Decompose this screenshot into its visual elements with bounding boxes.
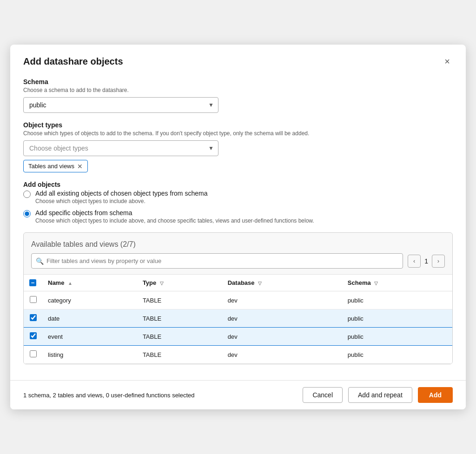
table-row: listing TABLE dev public [24, 346, 452, 364]
object-types-placeholder: Choose object types [29, 145, 88, 152]
radio-all[interactable]: Add all existing objects of chosen objec… [23, 190, 453, 204]
row-category-name: category [42, 291, 137, 309]
col-schema[interactable]: Schema ▽ [342, 275, 452, 291]
tag-container: Tables and views ✕ [23, 160, 453, 172]
radio-specific[interactable]: Add specific objects from schema Choose … [23, 209, 453, 224]
radio-all-desc: Choose which object types to include abo… [35, 198, 207, 204]
table-row: date TABLE dev public [24, 309, 452, 328]
modal-title: Add datashare objects [23, 56, 123, 67]
object-types-section: Object types Choose which types of objec… [23, 121, 453, 172]
prev-page-button[interactable]: ‹ [408, 255, 421, 268]
object-types-description: Choose which types of objects to add to … [23, 130, 453, 137]
header-checkbox-cell[interactable] [24, 275, 42, 291]
modal-footer: 1 schema, 2 tables and views, 0 user-def… [10, 380, 466, 409]
col-database[interactable]: Database ▽ [222, 275, 342, 291]
row-event-database: dev [222, 328, 342, 346]
col-type-sort-icon: ▽ [160, 281, 164, 286]
row-event-checkbox[interactable] [30, 332, 37, 339]
radio-specific-desc: Choose which object types to include abo… [35, 217, 314, 224]
radio-specific-label: Add specific objects from schema [35, 209, 314, 217]
radio-all-input[interactable] [23, 191, 31, 198]
search-icon: 🔍 [36, 257, 44, 265]
col-name-label: Name [48, 279, 64, 286]
current-page: 1 [424, 257, 428, 265]
row-category-type: TABLE [137, 291, 222, 309]
row-category-schema: public [342, 291, 452, 309]
add-button[interactable]: Add [418, 387, 453, 403]
table-header-row: Name ▲ Type ▽ Database ▽ [24, 275, 452, 291]
tag-tables-views: Tables and views ✕ [23, 160, 88, 172]
schema-select-wrapper: public private dev ▼ [23, 97, 218, 113]
col-database-label: Database [228, 279, 255, 286]
close-button[interactable]: × [442, 56, 453, 67]
schema-section: Schema Choose a schema to add to the dat… [23, 78, 453, 113]
row-date-type: TABLE [137, 309, 222, 328]
row-listing-checkbox-cell[interactable] [24, 346, 42, 364]
footer-status: 1 schema, 2 tables and views, 0 user-def… [23, 392, 195, 399]
col-type-label: Type [143, 279, 156, 286]
table-row: category TABLE dev public [24, 291, 452, 309]
radio-specific-input[interactable] [23, 210, 31, 217]
radio-all-label: Add all existing objects of chosen objec… [35, 190, 207, 197]
search-row: 🔍 ‹ 1 › [31, 253, 445, 269]
row-date-database: dev [222, 309, 342, 328]
modal-header: Add datashare objects × [10, 45, 466, 74]
row-event-checkbox-cell[interactable] [24, 328, 42, 346]
row-category-database: dev [222, 291, 342, 309]
table-section-header: Available tables and views (2/7) 🔍 ‹ 1 › [24, 233, 452, 274]
col-schema-label: Schema [348, 279, 371, 286]
row-listing-checkbox[interactable] [30, 350, 37, 357]
search-input[interactable] [31, 253, 403, 269]
row-date-schema: public [342, 309, 452, 328]
row-listing-type: TABLE [137, 346, 222, 364]
col-type[interactable]: Type ▽ [137, 275, 222, 291]
schema-label: Schema [23, 78, 453, 86]
table-count: (2/7) [120, 240, 136, 248]
cancel-button[interactable]: Cancel [303, 387, 343, 403]
row-event-schema: public [342, 328, 452, 346]
object-types-select-wrapper: Choose object types ▼ [23, 140, 218, 156]
col-name-sort-icon: ▲ [68, 281, 73, 286]
row-date-checkbox[interactable] [30, 314, 37, 321]
schema-select[interactable]: public private dev [23, 97, 218, 113]
add-objects-section: Add objects Add all existing objects of … [23, 181, 453, 224]
col-name[interactable]: Name ▲ [42, 275, 137, 291]
modal-body: Schema Choose a schema to add to the dat… [10, 74, 466, 380]
row-listing-name: listing [42, 346, 137, 364]
modal-overlay: Add datashare objects × Schema Choose a … [0, 0, 476, 454]
row-listing-database: dev [222, 346, 342, 364]
search-input-wrapper: 🔍 [31, 253, 403, 269]
row-listing-schema: public [342, 346, 452, 364]
next-page-button[interactable]: › [432, 255, 445, 268]
pagination: ‹ 1 › [408, 255, 445, 268]
row-event-name: event [42, 328, 137, 346]
table-section: Available tables and views (2/7) 🔍 ‹ 1 › [23, 232, 453, 364]
row-category-checkbox[interactable] [30, 296, 37, 303]
data-table: Name ▲ Type ▽ Database ▽ [24, 274, 452, 364]
footer-actions: Cancel Add and repeat Add [303, 387, 453, 403]
row-date-name: date [42, 309, 137, 328]
col-database-sort-icon: ▽ [258, 281, 262, 286]
object-types-label: Object types [23, 121, 453, 129]
row-date-checkbox-cell[interactable] [24, 309, 42, 328]
row-event-type: TABLE [137, 328, 222, 346]
row-category-checkbox-cell[interactable] [24, 291, 42, 309]
table-row: event TABLE dev public [24, 328, 452, 346]
add-objects-label: Add objects [23, 181, 453, 188]
col-schema-sort-icon: ▽ [374, 281, 378, 286]
header-checkbox-indeterminate[interactable] [29, 279, 36, 286]
tag-label: Tables and views [28, 163, 74, 170]
object-types-input[interactable]: Choose object types [23, 140, 218, 156]
modal-dialog: Add datashare objects × Schema Choose a … [10, 45, 466, 409]
add-and-repeat-button[interactable]: Add and repeat [348, 387, 412, 403]
tag-remove-button[interactable]: ✕ [77, 163, 83, 170]
schema-description: Choose a schema to add to the datashare. [23, 87, 453, 93]
radio-group: Add all existing objects of chosen objec… [23, 190, 453, 224]
table-section-title: Available tables and views (2/7) [31, 240, 445, 249]
